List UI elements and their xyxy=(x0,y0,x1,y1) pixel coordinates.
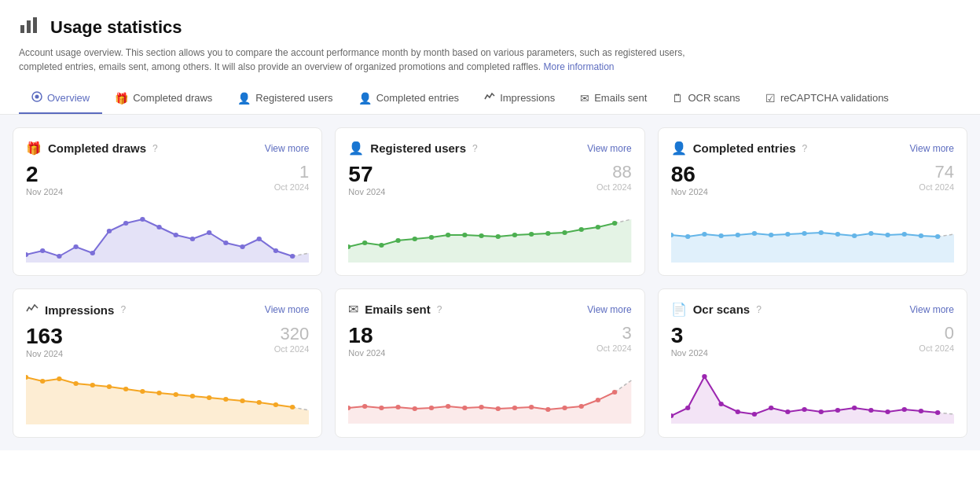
entries-current-value: 86 xyxy=(671,162,708,187)
svg-point-76 xyxy=(290,405,295,409)
svg-point-55 xyxy=(885,233,890,237)
card-draws-help[interactable]: ? xyxy=(152,143,158,154)
svg-point-16 xyxy=(190,237,195,241)
svg-point-94 xyxy=(612,390,617,395)
svg-point-17 xyxy=(207,230,211,235)
card-impressions-view-more[interactable]: View more xyxy=(265,304,309,315)
svg-marker-23 xyxy=(348,219,631,263)
svg-point-88 xyxy=(512,406,517,410)
svg-point-30 xyxy=(446,233,450,237)
card-users-icon: 👤 xyxy=(348,141,364,156)
svg-point-98 xyxy=(702,374,707,379)
svg-point-85 xyxy=(463,406,468,410)
users-current-date: Nov 2024 xyxy=(348,187,385,196)
impressions-current-date: Nov 2024 xyxy=(26,349,63,358)
ocr-chart xyxy=(671,361,954,424)
tab-overview[interactable]: Overview xyxy=(19,83,102,114)
svg-marker-41 xyxy=(671,233,954,263)
users-current-value: 57 xyxy=(348,162,385,187)
svg-point-71 xyxy=(207,395,211,400)
ocr-current-value: 3 xyxy=(671,323,708,348)
svg-rect-2 xyxy=(33,17,37,33)
ocr-prev-value: 0 xyxy=(919,323,954,343)
email-icon: ✉ xyxy=(580,92,589,105)
svg-point-70 xyxy=(190,394,195,398)
svg-point-67 xyxy=(140,389,145,394)
svg-point-84 xyxy=(446,404,450,409)
card-users-help[interactable]: ? xyxy=(472,143,478,154)
card-users-title: Registered users xyxy=(370,141,466,155)
svg-point-31 xyxy=(463,233,468,237)
card-impressions-help[interactable]: ? xyxy=(120,304,126,315)
card-draws-view-more[interactable]: View more xyxy=(265,143,309,154)
svg-point-58 xyxy=(935,234,940,239)
chart-icon xyxy=(19,14,41,41)
card-email-title: Emails sent xyxy=(365,303,430,316)
tab-registered-users-label: Registered users xyxy=(255,92,332,104)
tab-impressions-label: Impressions xyxy=(500,92,555,104)
main-content: 🎁 Completed draws ? View more 2 Nov 2024… xyxy=(0,115,980,450)
more-info-link[interactable]: More information xyxy=(543,61,614,72)
svg-point-43 xyxy=(685,234,690,239)
tab-ocr-scans[interactable]: 🗒 OCR scans xyxy=(659,83,752,114)
svg-point-46 xyxy=(735,233,740,237)
tab-emails-sent[interactable]: ✉ Emails sent xyxy=(567,83,659,114)
draws-prev-date: Oct 2024 xyxy=(274,182,310,192)
card-ocr-view-more[interactable]: View more xyxy=(910,304,954,315)
card-ocr-scans: 📄 Ocr scans ? View more 3 Nov 2024 0 Oct… xyxy=(658,288,967,438)
recaptcha-icon: ☑ xyxy=(765,92,776,105)
card-entries-help[interactable]: ? xyxy=(802,143,808,154)
svg-point-65 xyxy=(107,384,112,389)
tab-impressions[interactable]: Impressions xyxy=(472,83,567,114)
card-entries-view-more[interactable]: View more xyxy=(910,143,954,154)
svg-point-50 xyxy=(802,231,806,236)
svg-point-102 xyxy=(769,406,773,410)
gift-icon: 🎁 xyxy=(115,92,128,105)
svg-point-26 xyxy=(380,243,384,248)
svg-point-105 xyxy=(818,409,823,414)
card-ocr-help[interactable]: ? xyxy=(756,304,762,315)
card-draws-icon: 🎁 xyxy=(26,141,42,156)
svg-point-112 xyxy=(935,410,940,415)
users-chart xyxy=(348,200,631,263)
svg-point-52 xyxy=(835,232,839,237)
users-prev-date: Oct 2024 xyxy=(596,182,632,192)
overview-icon xyxy=(31,91,42,105)
entries-chart xyxy=(671,200,954,263)
svg-point-45 xyxy=(718,233,723,238)
svg-point-64 xyxy=(90,383,95,387)
entries-current-date: Nov 2024 xyxy=(671,187,708,196)
header-description: Account usage overview. This section all… xyxy=(19,46,726,83)
email-prev-date: Oct 2024 xyxy=(596,343,632,353)
stats-grid: 🎁 Completed draws ? View more 2 Nov 2024… xyxy=(13,127,967,438)
svg-point-9 xyxy=(73,244,78,249)
svg-point-7 xyxy=(40,248,45,253)
users-prev-value: 88 xyxy=(596,162,632,182)
svg-point-19 xyxy=(240,244,244,249)
card-users-view-more[interactable]: View more xyxy=(587,143,631,154)
svg-point-108 xyxy=(868,408,873,413)
tab-completed-entries-label: Completed entries xyxy=(376,92,460,104)
svg-point-72 xyxy=(223,397,228,402)
svg-point-49 xyxy=(785,232,790,237)
card-registered-users: 👤 Registered users ? View more 57 Nov 20… xyxy=(335,127,644,276)
svg-point-34 xyxy=(512,233,517,237)
svg-point-20 xyxy=(257,237,262,241)
card-email-help[interactable]: ? xyxy=(437,304,442,315)
svg-point-61 xyxy=(40,379,45,384)
svg-point-90 xyxy=(545,407,550,412)
svg-point-111 xyxy=(918,409,923,413)
card-email-view-more[interactable]: View more xyxy=(587,304,631,315)
svg-point-14 xyxy=(156,225,161,229)
svg-point-40 xyxy=(612,221,617,226)
svg-marker-5 xyxy=(26,219,309,263)
tab-completed-draws-label: Completed draws xyxy=(133,92,212,104)
tab-recaptcha[interactable]: ☑ reCAPTCHA validations xyxy=(753,83,901,114)
impressions-chart xyxy=(26,362,309,424)
svg-point-15 xyxy=(174,233,178,237)
tab-registered-users[interactable]: 👤 Registered users xyxy=(225,83,345,114)
tab-completed-entries[interactable]: 👤 Completed entries xyxy=(346,83,472,114)
tab-completed-draws[interactable]: 🎁 Completed draws xyxy=(102,83,225,114)
entries-prev-date: Oct 2024 xyxy=(919,182,954,192)
card-impressions-title: Impressions xyxy=(45,303,114,317)
